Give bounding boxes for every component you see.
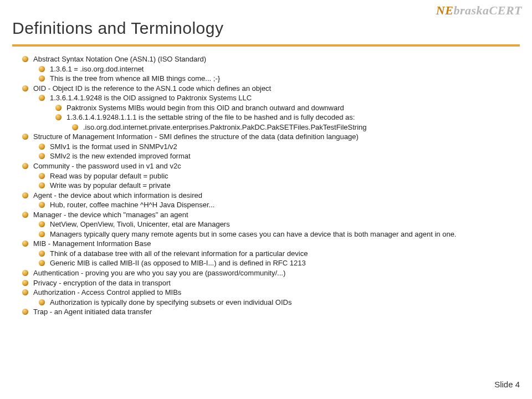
- list-item: 1.3.6.1.4.1.9248 is the OID assigned to …: [33, 93, 515, 132]
- list-item-text: 1.3.6.1.4.1.9248.1.1.1 is the settable s…: [66, 113, 355, 121]
- list-item: 1.3.6.1 = .iso.org.dod.internet: [33, 64, 515, 74]
- list-item: MIB - Management Information BaseThink o…: [20, 239, 515, 268]
- list-item-text: Abstract Syntax Notation One (ASN.1) (IS…: [33, 55, 206, 63]
- list-item: Think of a database tree with all of the…: [33, 249, 515, 259]
- brand-part1: NE: [436, 3, 454, 17]
- list-item-text: 1.3.6.1.4.1.9248 is the OID assigned to …: [50, 94, 252, 102]
- list-item-text: Managers typically query many remote age…: [50, 230, 456, 238]
- list-item: Trap - an Agent initiated data transfer: [20, 307, 515, 317]
- list-item: Authentication - proving you are who you…: [20, 268, 515, 278]
- list-item-text: Hub, router, coffee machine ^H^H Java Di…: [50, 201, 214, 209]
- list-item-text: SMIv1 is the format used in SNMPv1/v2: [50, 142, 177, 151]
- list-item: Manager - the device which "manages" an …: [20, 210, 515, 239]
- list-item-text: Authorization is typically done by speci…: [50, 298, 291, 306]
- list-item: SMIv2 is the new extended improved forma…: [33, 151, 515, 161]
- list-item-text: .iso.org.dod.internet.private.enterprise…: [83, 123, 367, 131]
- list-item: Read was by popular default = public: [33, 171, 515, 181]
- list-item-text: Agent - the device about which informati…: [33, 191, 202, 200]
- content-tree: Abstract Syntax Notation One (ASN.1) (IS…: [20, 54, 515, 317]
- sub-list: Paktronix Systems MIBs would begin from …: [50, 103, 515, 132]
- list-item-text: Read was by popular default = public: [50, 172, 168, 180]
- list-item-text: Authentication - proving you are who you…: [33, 269, 285, 277]
- list-item: Authorization - Access Control applied t…: [20, 288, 515, 307]
- sub-list: Hub, router, coffee machine ^H^H Java Di…: [33, 200, 515, 210]
- list-item: Authorization is typically done by speci…: [33, 298, 515, 308]
- sub-list: Read was by popular default = publicWrit…: [33, 171, 515, 191]
- list-item: OID - Object ID is the reference to the …: [20, 84, 515, 132]
- list-item: .iso.org.dod.internet.private.enterprise…: [66, 122, 515, 132]
- list-item-text: Trap - an Agent initiated data transfer: [33, 308, 152, 316]
- list-item-text: MIB - Management Information Base: [33, 239, 151, 248]
- list-item-text: Community - the password used in v1 and …: [33, 162, 181, 170]
- sub-list: Think of a database tree with all of the…: [33, 249, 515, 268]
- list-item: Hub, router, coffee machine ^H^H Java Di…: [33, 200, 515, 210]
- list-item-text: This is the tree from whence all MIB thi…: [50, 74, 220, 83]
- slide-body: Abstract Syntax Notation One (ASN.1) (IS…: [20, 54, 515, 317]
- list-item: 1.3.6.1.4.1.9248.1.1.1 is the settable s…: [50, 112, 515, 132]
- list-item-text: Manager - the device which "manages" an …: [33, 211, 188, 219]
- list-item-text: Generic MIB is called MIB-II (as opposed…: [50, 259, 306, 267]
- list-item: Community - the password used in v1 and …: [20, 161, 515, 191]
- list-item: Structure of Management Information - SM…: [20, 132, 515, 161]
- list-item: Generic MIB is called MIB-II (as opposed…: [33, 258, 515, 268]
- list-item: Agent - the device about which informati…: [20, 191, 515, 210]
- list-item-text: SMIv2 is the new extended improved forma…: [50, 152, 191, 160]
- sub-list: SMIv1 is the format used in SNMPv1/v2SMI…: [33, 142, 515, 161]
- sub-list: Authorization is typically done by speci…: [33, 298, 515, 308]
- list-item-text: Think of a database tree with all of the…: [50, 249, 308, 258]
- footer-number: 4: [515, 380, 520, 389]
- list-item: SMIv1 is the format used in SNMPv1/v2: [33, 142, 515, 152]
- list-item-text: Paktronix Systems MIBs would begin from …: [66, 104, 344, 112]
- page-title: Definitions and Terminology: [12, 19, 223, 38]
- list-item-text: Privacy - encryption of the data in tran…: [33, 279, 171, 287]
- sub-list: 1.3.6.1.4.1.9248 is the OID assigned to …: [33, 93, 515, 132]
- list-item-text: NetView, OpenView, Tivoli, Unicenter, et…: [50, 220, 230, 228]
- slide: NEbraskaCERT Definitions and Terminology…: [0, 0, 532, 399]
- list-item-text: Structure of Management Information - SM…: [33, 132, 359, 141]
- list-item: Paktronix Systems MIBs would begin from …: [50, 103, 515, 113]
- list-item: Managers typically query many remote age…: [33, 229, 515, 239]
- list-item-text: 1.3.6.1 = .iso.org.dod.internet: [50, 65, 144, 73]
- list-item-text: Authorization - Access Control applied t…: [33, 288, 181, 296]
- list-item: Abstract Syntax Notation One (ASN.1) (IS…: [20, 54, 515, 84]
- list-item-text: OID - Object ID is the reference to the …: [33, 84, 271, 93]
- list-item: This is the tree from whence all MIB thi…: [33, 74, 515, 84]
- list-item: Write was by popular default = private: [33, 181, 515, 191]
- list-item: Privacy - encryption of the data in tran…: [20, 278, 515, 288]
- slide-footer: Slide 4: [494, 380, 520, 389]
- brand-part2: braskaCERT: [453, 3, 522, 17]
- sub-list: NetView, OpenView, Tivoli, Unicenter, et…: [33, 219, 515, 239]
- list-item-text: Write was by popular default = private: [50, 181, 171, 190]
- title-rule: [12, 44, 520, 47]
- list-item: NetView, OpenView, Tivoli, Unicenter, et…: [33, 219, 515, 229]
- sub-list: 1.3.6.1 = .iso.org.dod.internetThis is t…: [33, 64, 515, 84]
- sub-list: .iso.org.dod.internet.private.enterprise…: [66, 122, 515, 132]
- brand-logo: NEbraskaCERT: [436, 3, 522, 18]
- footer-label: Slide: [494, 380, 513, 389]
